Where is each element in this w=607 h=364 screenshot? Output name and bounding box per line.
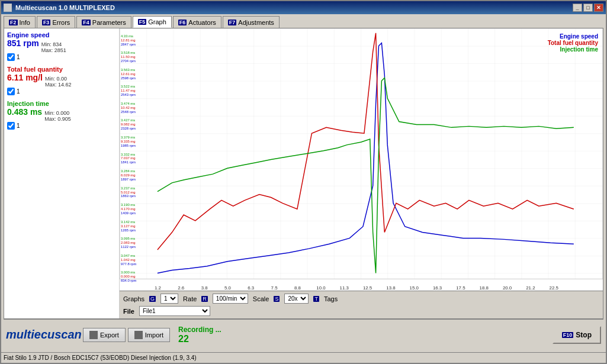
left-panel: Engine speed 851 rpm Min: 834 Max: 2851 … — [4, 28, 120, 318]
sensor-injection-time-label: Injection time — [7, 100, 116, 107]
window-title: Multiecuscan 1.0 MULTIPLEXED — [15, 4, 115, 11]
graphs-key: G — [149, 296, 156, 302]
svg-text:2847 rpm: 2847 rpm — [121, 43, 136, 46]
svg-text:3.379 ms: 3.379 ms — [121, 136, 135, 139]
sensor-injection-time-checkbox[interactable] — [7, 122, 15, 130]
tab-info[interactable]: F2 Info — [4, 16, 36, 28]
export-label: Export — [100, 331, 119, 339]
footer-bar: multiecuscan Export Import Recording ...… — [4, 319, 603, 350]
svg-text:9.082 mg: 9.082 mg — [121, 123, 136, 126]
svg-text:3.563 ms: 3.563 ms — [121, 68, 135, 72]
rate-select[interactable]: 100/min 50/min 200/min — [213, 294, 248, 304]
scale-select[interactable]: 20x 10x 5x — [284, 294, 309, 304]
svg-text:10.0: 10.0 — [316, 285, 326, 291]
import-icon — [134, 331, 143, 339]
svg-text:3.8: 3.8 — [201, 285, 208, 291]
sensor-total-fuel-value: 6.11 mg/l — [7, 73, 43, 82]
sensor-engine-speed-minmax: Min: 834 Max: 2851 — [41, 41, 66, 53]
svg-text:3.142 ms: 3.142 ms — [121, 220, 135, 224]
svg-text:3.095 ms: 3.095 ms — [121, 237, 135, 240]
graph-area: Engine speed Total fuel quantity Injecti… — [120, 28, 603, 318]
svg-text:1409 rpm: 1409 rpm — [121, 211, 136, 215]
svg-text:8.8: 8.8 — [294, 285, 301, 291]
window-controls: _ □ ✕ — [573, 4, 603, 12]
svg-text:3.047 ms: 3.047 ms — [121, 254, 135, 257]
sensor-injection-time-checkbox-label: 1 — [17, 123, 20, 129]
graphs-select[interactable]: 1 2 3 — [160, 294, 178, 304]
svg-text:6.3: 6.3 — [248, 285, 255, 291]
svg-text:18.8: 18.8 — [480, 285, 489, 291]
stop-button[interactable]: F10 Stop — [553, 326, 601, 344]
svg-text:2.6: 2.6 — [178, 285, 185, 291]
tab-graph[interactable]: F5 Graph — [133, 16, 172, 28]
svg-text:2543 rpm: 2543 rpm — [121, 93, 136, 96]
maximize-button[interactable]: □ — [583, 4, 593, 12]
svg-text:3.190 ms: 3.190 ms — [121, 203, 135, 207]
svg-text:2704 rpm: 2704 rpm — [121, 59, 136, 63]
svg-text:7.5: 7.5 — [271, 285, 278, 291]
svg-text:3.518 ms: 3.518 ms — [121, 51, 135, 54]
svg-text:7.037 mg: 7.037 mg — [121, 156, 136, 160]
svg-text:13.8: 13.8 — [386, 285, 396, 291]
sensor-engine-speed-checkbox-row: 1 — [7, 53, 116, 61]
svg-text:11.47 mg: 11.47 mg — [121, 89, 136, 92]
svg-text:3.332 ms: 3.332 ms — [121, 153, 135, 156]
tab-adjustments[interactable]: F7 Adjustments — [223, 16, 280, 28]
tab-key-info: F2 — [9, 20, 18, 25]
tab-label-actuators: Actuators — [188, 19, 216, 26]
svg-text:2598 rpm: 2598 rpm — [121, 76, 136, 80]
tab-actuators[interactable]: F6 Actuators — [173, 16, 221, 28]
tab-errors[interactable]: F3 Errors — [37, 16, 75, 28]
sensor-engine-speed-checkbox[interactable] — [7, 53, 15, 61]
svg-text:4.170 mg: 4.170 mg — [121, 207, 136, 211]
svg-text:3.237 ms: 3.237 ms — [121, 186, 135, 190]
graph-legend: Engine speed Total fuel quantity Injecti… — [548, 33, 598, 53]
svg-text:17.5: 17.5 — [456, 285, 465, 291]
file-select[interactable]: File1 File2 File3 — [139, 306, 210, 316]
svg-text:22.5: 22.5 — [550, 285, 559, 291]
sensor-injection-time-minmax: Min: 0.000 Max: 0.905 — [44, 110, 71, 122]
svg-text:5.0: 5.0 — [224, 285, 232, 291]
tab-label-adjustments: Adjustments — [238, 19, 274, 26]
svg-text:1863 rpm: 1863 rpm — [121, 194, 136, 198]
sensor-injection-time-checkbox-row: 1 — [7, 122, 116, 130]
svg-text:20.0: 20.0 — [503, 285, 512, 291]
sensor-engine-speed: Engine speed 851 rpm Min: 834 Max: 2851 … — [7, 31, 116, 61]
export-button[interactable]: Export — [83, 328, 126, 342]
svg-text:4.33 ms: 4.33 ms — [121, 34, 133, 38]
svg-text:16.3: 16.3 — [433, 285, 442, 291]
sensor-total-fuel-minmax: Min: 0.00 Max: 14.62 — [45, 76, 72, 88]
legend-injection-time: Injection time — [548, 46, 598, 53]
minimize-button[interactable]: _ — [573, 4, 582, 12]
svg-text:2548 rpm: 2548 rpm — [121, 110, 136, 114]
svg-text:12.61 mg: 12.61 mg — [121, 72, 136, 76]
svg-text:977.8 rpm: 977.8 rpm — [121, 262, 137, 266]
sensor-total-fuel-label: Total fuel quantity — [7, 66, 116, 73]
tags-key: T — [313, 296, 319, 302]
svg-text:1.042 mg: 1.042 mg — [121, 258, 136, 262]
sensor-total-fuel-checkbox-row: 1 — [7, 88, 116, 95]
import-button[interactable]: Import — [128, 328, 170, 342]
main-content: Engine speed 851 rpm Min: 834 Max: 2851 … — [4, 28, 603, 319]
main-window: Multiecuscan 1.0 MULTIPLEXED _ □ ✕ F2 In… — [0, 0, 607, 364]
svg-text:6.029 mg: 6.029 mg — [121, 173, 136, 177]
svg-text:3.127 mg: 3.127 mg — [121, 224, 136, 228]
tab-label-params: Parameters — [92, 19, 126, 26]
svg-text:0.000 mg: 0.000 mg — [121, 275, 136, 278]
file-label: File — [123, 308, 134, 315]
svg-text:11.50 mg: 11.50 mg — [121, 55, 136, 59]
close-button[interactable]: ✕ — [594, 4, 603, 12]
svg-text:3.522 ms: 3.522 ms — [121, 85, 135, 88]
tab-key-actuators: F6 — [178, 20, 187, 25]
sensor-engine-speed-label: Engine speed — [7, 31, 116, 38]
sensor-engine-speed-value: 851 rpm — [7, 38, 39, 48]
recording-count: 22 — [178, 334, 553, 344]
tab-parameters[interactable]: F4 Parameters — [76, 16, 131, 28]
svg-text:11.3: 11.3 — [340, 285, 349, 291]
scale-label: Scale — [253, 295, 269, 302]
svg-text:12.5: 12.5 — [363, 285, 372, 291]
sensor-total-fuel-checkbox[interactable] — [7, 88, 15, 95]
svg-text:2.083 mg: 2.083 mg — [121, 241, 136, 244]
recording-area: Recording ... 22 — [172, 326, 553, 344]
svg-text:3.000 ms: 3.000 ms — [121, 270, 135, 274]
